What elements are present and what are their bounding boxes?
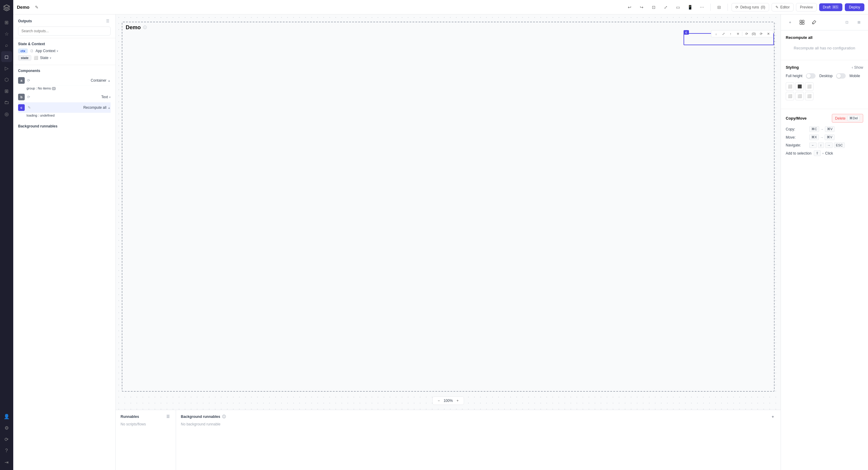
zoom-out-button[interactable]: −: [436, 399, 441, 403]
full-height-toggle[interactable]: [806, 73, 815, 79]
sidebar-icon-star[interactable]: ☆: [1, 28, 12, 39]
app-logo[interactable]: [1, 2, 12, 13]
toolbar-refresh[interactable]: ⟳: [744, 31, 749, 36]
recompute-all-toggle[interactable]: ⊡: [843, 18, 851, 27]
components-icon-button[interactable]: [798, 18, 806, 27]
runnables-title: Runnables ☰: [121, 414, 171, 420]
mobile-label: Mobile: [849, 74, 860, 78]
add-component-button[interactable]: ＋: [786, 18, 794, 27]
zoom-in-button[interactable]: +: [455, 399, 460, 403]
show-styling-button[interactable]: ‹ Show: [852, 65, 863, 70]
toolbar-refresh2[interactable]: ⟳: [758, 31, 764, 36]
delete-button[interactable]: Delete ⌘Del: [832, 114, 863, 123]
sidebar-icon-integrations[interactable]: ⟳: [1, 434, 12, 445]
state-selector[interactable]: State ▾: [40, 56, 51, 60]
redo-button[interactable]: ↪: [637, 2, 647, 12]
component-a-detail: group : No items ([]): [18, 86, 111, 92]
app-context-selector[interactable]: App Context ▾: [36, 49, 58, 53]
add-bg-runnable-button[interactable]: ＋: [770, 414, 776, 420]
desktop-toggle[interactable]: [836, 73, 846, 79]
state-badge[interactable]: state: [18, 55, 31, 61]
toolbar-move[interactable]: ⤧: [735, 31, 741, 36]
copy-key2: ⌘V: [825, 126, 835, 132]
sidebar-icon-user[interactable]: 👤: [1, 411, 12, 422]
align-button[interactable]: ⊡: [649, 2, 658, 12]
runnables-collapse-btn[interactable]: ☰: [165, 414, 171, 420]
sidebar-bottom-icons: 👤 ⚙ ⟳ ? ⇥: [1, 411, 12, 468]
preview-button[interactable]: Preview: [796, 3, 817, 11]
delete-label: Delete: [835, 116, 846, 121]
ctx-badge[interactable]: ctx: [18, 49, 28, 53]
component-a-row[interactable]: a ⟳ Container ▲: [18, 75, 111, 86]
sidebar-icon-help[interactable]: ?: [1, 445, 12, 456]
more-button[interactable]: ⋯: [697, 2, 707, 12]
align-right-button[interactable]: ⬜: [805, 82, 813, 91]
sidebar-icon-search[interactable]: ⌕: [1, 40, 12, 51]
split-view-button[interactable]: ⊟: [714, 2, 724, 12]
right-panel-close[interactable]: ⊠: [855, 18, 863, 27]
align-center-h-button[interactable]: ⬛: [795, 82, 804, 91]
zoom-bar: − 100% +: [433, 397, 464, 405]
right-panel-top: ＋ ⊡: [781, 14, 868, 30]
draft-button[interactable]: Draft ⌘S: [819, 3, 842, 11]
selected-component-overlay[interactable]: c ↓ ⤢ ↑ ⤧ ⟳ (0) ⟳ ✕: [684, 33, 774, 45]
style-icon-button[interactable]: [810, 18, 818, 27]
sidebar-icon-grid[interactable]: ⊞: [1, 86, 12, 96]
tablet-button[interactable]: ▭: [673, 2, 683, 12]
move-label: Move:: [786, 135, 807, 139]
toolbar-arrow-up[interactable]: ↑: [727, 31, 734, 36]
copy-move-section: Copy/Move Delete ⌘Del Copy: ⌘C → ⌘V Move: [781, 109, 868, 161]
sidebar-icon-home[interactable]: ⊞: [1, 17, 12, 28]
fullscreen-button[interactable]: ⤢: [661, 2, 671, 12]
sidebar-icon-folder[interactable]: 🗀: [1, 97, 12, 108]
sidebar-icon-play[interactable]: ▷: [1, 63, 12, 73]
align-left-button[interactable]: ⬜: [786, 82, 794, 91]
toolbar-close[interactable]: ✕: [765, 31, 771, 36]
sidebar-icon-puzzle[interactable]: ⬡: [1, 74, 12, 85]
align-row-2: ⬜ ⬜ ⬜: [786, 92, 863, 100]
outputs-title: Outputs: [18, 19, 32, 23]
align-bottom-button[interactable]: ⬜: [805, 92, 813, 100]
canvas-area[interactable]: Demo ⓘ c ↓ ⤢ ↑ ⤧ ⟳ (0): [116, 14, 781, 410]
navigate-label: Navigate:: [786, 143, 807, 147]
search-outputs-input[interactable]: [18, 27, 111, 36]
align-center-v-button[interactable]: ⬜: [795, 92, 804, 100]
components-title: Components: [18, 69, 40, 73]
info-icon-canvas: ⓘ: [143, 25, 147, 30]
refresh-icon-b: ⟳: [27, 95, 30, 99]
editor-button[interactable]: ✎ Editor: [772, 3, 794, 11]
sidebar-icon-settings[interactable]: ⚙: [1, 422, 12, 433]
component-c-row[interactable]: c ✎ Recompute all ▲: [18, 102, 111, 113]
copy-label: Copy:: [786, 127, 807, 131]
copy-key1: ⌘C: [809, 126, 819, 132]
mobile-button[interactable]: 📱: [685, 2, 695, 12]
svg-rect-3: [802, 23, 804, 24]
copy-arrow: →: [820, 127, 824, 131]
toolbar-expand[interactable]: ⤢: [720, 31, 726, 36]
styling-section: Styling ‹ Show Full height Desktop Mobil…: [781, 60, 868, 109]
add-key1: ⇧: [814, 150, 821, 156]
svg-rect-0: [800, 20, 802, 22]
edit-title-button[interactable]: ✎: [32, 2, 41, 12]
editor-label: Editor: [780, 5, 789, 9]
toolbar-arrow-down[interactable]: ↓: [713, 31, 719, 36]
deploy-button[interactable]: Deploy: [845, 3, 864, 11]
no-scripts-label: No scripts/flows: [121, 422, 171, 426]
component-c-detail: loading : undefined: [18, 113, 111, 119]
sidebar-top-icons: ⊞ ☆ ⌕ ◻ ▷ ⬡ ⊞ 🗀 ◎: [1, 17, 12, 410]
file-icon-state: ⬜: [34, 56, 38, 60]
sidebar-icon-eye[interactable]: ◎: [1, 108, 12, 119]
chevron-down-icon-b: ▾: [109, 95, 111, 99]
sidebar-icon-expand[interactable]: ⇥: [1, 457, 12, 468]
component-b-row[interactable]: b ⟳ Text ▾: [18, 92, 111, 102]
sidebar-icon-apps[interactable]: ◻: [1, 51, 12, 62]
recompute-section-message: Recompute all has no configuration: [786, 41, 863, 55]
outputs-collapse-btn[interactable]: ☰: [104, 18, 111, 24]
move-keys: ⌘X → ⌘V: [809, 134, 835, 140]
debug-runs-button[interactable]: ⟳ Debug runs (0): [732, 3, 769, 11]
undo-button[interactable]: ↩: [625, 2, 634, 12]
components-header: Components: [18, 69, 111, 73]
canvas-app-title: Demo: [126, 24, 141, 31]
state-type-row: ⬜ State ▾: [34, 56, 111, 60]
align-top-button[interactable]: ⬜: [786, 92, 794, 100]
